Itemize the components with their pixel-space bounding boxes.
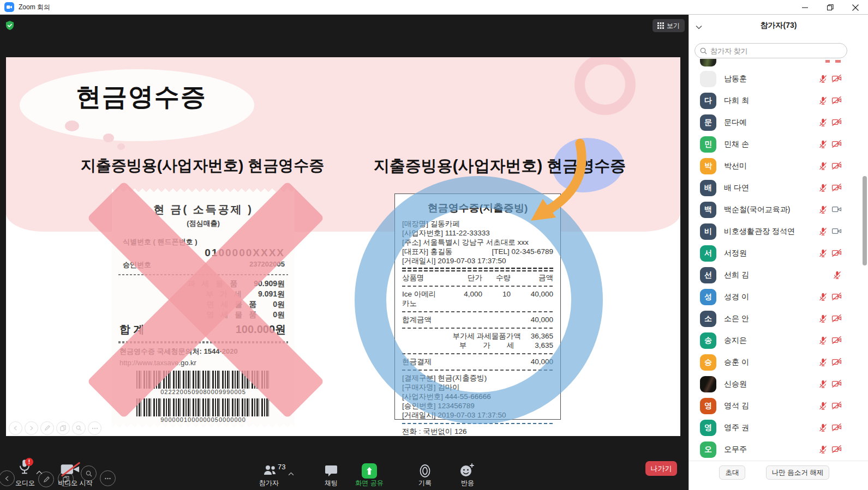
participant-row[interactable]: 오오무주 <box>689 439 863 461</box>
participant-row[interactable]: 선선희 김 <box>689 264 863 286</box>
left-receipt-heading: 지출증빙용(사업자번호) 현금영수증 <box>50 155 355 176</box>
record-button-label[interactable]: 기록 <box>409 479 441 488</box>
camera-off-icon <box>831 423 842 432</box>
camera-on-icon <box>831 205 842 214</box>
decor-dot <box>117 143 125 150</box>
reactions-button-label[interactable]: 반응 <box>452 479 483 488</box>
participants-button-label[interactable]: 참가자 <box>252 479 286 488</box>
participant-name: 비호생활관장 정석연 <box>724 227 795 237</box>
participant-avatar: 성 <box>700 289 716 305</box>
participant-row[interactable]: 남동훈 <box>689 68 863 90</box>
participant-avatar: 소 <box>700 311 716 327</box>
share-button-label[interactable]: 화면 공유 <box>350 479 388 488</box>
participant-avatar: 선 <box>700 267 716 283</box>
meeting-area: 보기 현금영수증 지출증빙용(사업자번호) 현금영수증 지출증빙용(사업자번호)… <box>0 15 689 490</box>
participants-caret-icon[interactable] <box>288 468 294 478</box>
mic-muted-icon <box>818 249 828 258</box>
video-button-label[interactable]: 비디오 시작 <box>53 479 97 488</box>
participant-name: 송지은 <box>724 336 747 346</box>
camera-off-icon <box>831 445 842 453</box>
participant-name: 오무주 <box>724 445 747 455</box>
mic-muted-icon <box>818 74 828 83</box>
pen-button[interactable] <box>40 421 54 435</box>
mic-muted-icon <box>818 401 828 410</box>
camera-off-icon[interactable] <box>59 461 82 480</box>
participant-search[interactable] <box>695 43 847 58</box>
participant-name: 배 다연 <box>724 183 749 193</box>
right-receipt-heading: 지출증빙용(사업자번호) 현금영수증 <box>370 155 629 177</box>
participant-row[interactable]: 영영주 권 <box>689 417 863 439</box>
panel-scrollbar-thumb[interactable] <box>863 176 867 265</box>
participant-avatar <box>700 71 716 87</box>
participant-row[interactable]: 민민채 손 <box>689 134 863 155</box>
slide-nav-toolbar <box>9 421 101 435</box>
more-button[interactable] <box>88 421 101 435</box>
mic-muted-icon <box>818 423 828 432</box>
view-button[interactable]: 보기 <box>653 19 685 32</box>
participant-search-input[interactable] <box>710 47 830 55</box>
participant-avatar: 영 <box>700 398 716 414</box>
chat-button-label[interactable]: 채팅 <box>315 479 347 488</box>
participant-name: 신승원 <box>724 379 747 389</box>
chat-icon[interactable] <box>325 464 338 479</box>
annot-more-button[interactable] <box>100 470 116 486</box>
grid-view-icon <box>657 22 664 29</box>
decor-dot <box>65 120 79 131</box>
minimize-button[interactable] <box>793 0 818 15</box>
pages-button[interactable] <box>56 421 70 435</box>
participant-row[interactable]: 승승훈 이 <box>689 352 863 373</box>
participant-avatar: 오 <box>700 441 716 458</box>
participant-row[interactable]: 다다희 최 <box>689 90 863 112</box>
participant-row[interactable]: 서서정원 <box>689 243 863 264</box>
barcode-2-number: 9000001000000050000000 <box>112 416 295 423</box>
participant-avatar: 송 <box>700 332 716 349</box>
reactions-icon[interactable] <box>459 463 475 480</box>
next-slide-button[interactable] <box>25 421 38 435</box>
participant-row[interactable]: 송송지은 <box>689 330 863 352</box>
unmute-self-button[interactable]: 나만 음소거 해제 <box>766 465 829 480</box>
participant-row[interactable]: 영영석 김 <box>689 395 863 417</box>
camera-off-icon <box>831 118 842 126</box>
participant-name: 남동훈 <box>724 74 747 84</box>
camera-off-icon <box>831 249 842 257</box>
restore-button[interactable] <box>818 0 843 15</box>
camera-off-icon <box>831 401 842 410</box>
security-shield-icon[interactable] <box>4 20 15 33</box>
participant-row[interactable]: 성성경 이 <box>689 286 863 308</box>
mic-muted-icon <box>818 96 828 105</box>
participant-row[interactable]: 박박선미 <box>689 155 863 177</box>
mic-muted-icon <box>818 445 828 454</box>
participant-row[interactable]: 소소은 안 <box>689 308 863 330</box>
slide-title: 현금영수증 <box>76 80 207 114</box>
audio-button-label[interactable]: 오디오 <box>10 479 40 488</box>
participant-row[interactable]: 신승원 <box>689 373 863 395</box>
participants-icon[interactable] <box>263 464 277 479</box>
zoom-magnifier-button[interactable] <box>72 421 86 435</box>
participants-panel: 참가자(73) 남동훈다다희 최문문다예민민채 손박박선미배배 다연백백순철(국… <box>689 15 868 490</box>
camera-off-icon <box>831 336 842 344</box>
audio-alert-badge: ! <box>25 458 33 466</box>
audio-caret-icon[interactable] <box>36 467 43 477</box>
invite-button[interactable]: 초대 <box>719 465 745 480</box>
partially-scrolled-row <box>689 59 863 67</box>
participant-avatar <box>700 59 716 66</box>
participant-avatar: 문 <box>700 114 716 131</box>
prev-slide-button[interactable] <box>9 421 22 435</box>
mic-muted-icon <box>833 270 842 280</box>
participant-row[interactable]: 문문다예 <box>689 112 863 134</box>
window-title: Zoom 회의 <box>19 3 50 12</box>
camera-off-icon <box>831 183 842 192</box>
zoom-app: Zoom 회의 보기 <box>0 0 868 490</box>
mic-muted-icon <box>818 183 828 192</box>
participant-row[interactable]: 배배 다연 <box>689 177 863 199</box>
participant-name: 서정원 <box>724 249 747 258</box>
screen-share-icon[interactable] <box>362 463 377 479</box>
close-button[interactable] <box>843 0 868 15</box>
camera-off-icon <box>831 96 842 105</box>
titlebar: Zoom 회의 <box>0 0 868 15</box>
leave-button[interactable]: 나가기 <box>645 461 677 476</box>
participant-row[interactable]: 백백순철(국어교육과) <box>689 199 863 221</box>
participant-row[interactable]: 비비호생활관장 정석연 <box>689 221 863 243</box>
phone-line: 전화 : 국번없이 126 <box>402 427 553 436</box>
participant-name: 민채 손 <box>724 140 749 149</box>
